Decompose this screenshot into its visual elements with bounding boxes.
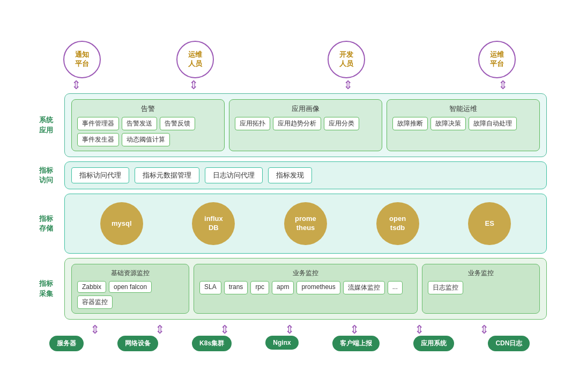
metrics-storage-content: mysql influxDB prometheus opentsdb ES (64, 194, 547, 254)
persona-circle-yunwei-platform: 运维平台 (478, 41, 516, 78)
app-group-portrait-title: 应用画像 (235, 104, 376, 114)
section-row-metrics-storage: 指标存储 mysql influxDB prometheus opentsdb … (32, 194, 547, 254)
personas-row: 通知平台 运维人员 开发人员 运维平台 (32, 41, 547, 78)
item-metrics-proxy: 指标访问代理 (71, 167, 129, 183)
item-fault-auto: 故障自动处理 (469, 117, 517, 130)
app-group-portrait: 应用画像 应用拓扑 应用趋势分析 应用分类 (229, 99, 382, 151)
label-metrics-collection: 指标采集 (32, 258, 60, 320)
section-row-metrics-access: 指标访问 指标访问代理 指标元数据管理 日志访问代理 指标发现 (32, 161, 547, 189)
bottom-box-k8s: K8s集群 (192, 336, 232, 351)
collection-group-log-items: 日志监控 (428, 281, 534, 294)
item-alert-send: 告警发送 (122, 117, 157, 130)
item-app-trend: 应用趋势分析 (273, 117, 321, 130)
arrow-nginx: ⇕ (285, 324, 294, 336)
collection-group-business-items: SLA trans rpc apm prometheus 流媒体监控 ... (199, 281, 412, 294)
persona-tongzhi: 通知平台 (63, 41, 101, 78)
item-zabbix: Zabbix (77, 281, 106, 293)
item-open-falcon: open falcon (109, 281, 152, 293)
item-sla: SLA (199, 281, 221, 294)
storage-es: ES (468, 202, 511, 245)
arrow-persona-kaifa: ⇕ (343, 79, 353, 91)
arrow-cdn: ⇕ (479, 324, 489, 336)
persona-kaifa: 开发人员 (328, 41, 365, 78)
item-log-monitor: 日志监控 (428, 281, 463, 294)
item-ellipsis: ... (388, 281, 403, 294)
collection-group-basic: 基础资源监控 Zabbix open falcon 容器监控 (71, 264, 189, 314)
item-dynamic-threshold: 动态阈值计算 (122, 133, 170, 146)
app-group-smartops: 智能运维 故障推断 故障决策 故障自动处理 (387, 99, 540, 151)
app-group-smartops-title: 智能运维 (392, 104, 534, 114)
item-trans: trans (224, 281, 248, 294)
item-rpc: rpc (250, 281, 269, 294)
item-apm: apm (272, 281, 294, 294)
label-sysapp: 系统应用 (32, 93, 60, 157)
sections-wrapper: 系统应用 告警 事件管理器 告警发送 告警反馈 事件发生器 动态阈值计算 应用画… (32, 93, 547, 320)
bottom-box-appsystem: 应用系统 (413, 336, 454, 351)
bottom-box-nginx: Nginx (265, 336, 298, 350)
item-prometheus: prometheus (296, 281, 340, 294)
item-app-topology: 应用拓扑 (235, 117, 270, 130)
collection-group-log: 业务监控 日志监控 (422, 264, 540, 314)
storage-prometheus: prometheus (284, 202, 327, 245)
item-container-monitor: 容器监控 (77, 295, 113, 309)
bottom-node-client: 客户端上报 (332, 336, 380, 351)
bottom-box-cdn: CDN日志 (488, 336, 530, 351)
persona-yunwei-platform: 运维平台 (478, 41, 516, 78)
bottom-node-appsystem: 应用系统 (413, 336, 454, 351)
bottom-row: 服务器 网络设备 K8s集群 Nginx 客户端上报 应用系统 CDN日志 (32, 336, 547, 351)
app-group-portrait-items: 应用拓扑 应用趋势分析 应用分类 (235, 117, 376, 130)
bottom-node-network: 网络设备 (117, 336, 158, 351)
section-row-sysapp: 系统应用 告警 事件管理器 告警发送 告警反馈 事件发生器 动态阈值计算 应用画… (32, 93, 547, 157)
arrow-appsystem: ⇕ (414, 324, 424, 336)
app-group-smartops-items: 故障推断 故障决策 故障自动处理 (392, 117, 534, 130)
item-fault-decision: 故障决策 (430, 117, 466, 130)
label-metrics-access: 指标访问 (32, 161, 60, 189)
label-metrics-storage: 指标存储 (32, 194, 60, 254)
bottom-arrows-row: ⇕ ⇕ ⇕ ⇕ ⇕ ⇕ ⇕ (32, 322, 547, 336)
metrics-access-content: 指标访问代理 指标元数据管理 日志访问代理 指标发现 (64, 161, 547, 189)
item-fault-diagnose: 故障推断 (392, 117, 428, 130)
diagram-container: 通知平台 运维人员 开发人员 运维平台 ⇕ ⇕ ⇕ ⇕ 系统应用 (27, 35, 552, 357)
collection-group-basic-title: 基础资源监控 (77, 269, 183, 278)
sysapp-content: 告警 事件管理器 告警发送 告警反馈 事件发生器 动态阈值计算 应用画像 应用拓… (64, 93, 547, 157)
persona-circle-yunwei: 运维人员 (176, 41, 214, 78)
storage-influxdb: influxDB (192, 202, 235, 245)
bottom-box-server: 服务器 (49, 336, 84, 351)
item-alert-feedback: 告警反馈 (160, 117, 195, 130)
collection-group-business: 业务监控 SLA trans rpc apm prometheus 流媒体监控 … (194, 264, 418, 314)
item-event-manager: 事件管理器 (77, 117, 119, 130)
section-row-metrics-collection: 指标采集 基础资源监控 Zabbix open falcon 容器监控 业务监控… (32, 258, 547, 320)
bottom-node-k8s: K8s集群 (192, 336, 232, 351)
personas-arrows: ⇕ ⇕ ⇕ ⇕ (32, 78, 547, 92)
bottom-node-server: 服务器 (49, 336, 84, 351)
item-streaming-monitor: 流媒体监控 (343, 281, 385, 294)
collection-group-log-title: 业务监控 (428, 269, 534, 278)
persona-yunwei: 运维人员 (176, 41, 214, 78)
item-app-classify: 应用分类 (324, 117, 359, 130)
arrow-server: ⇕ (90, 324, 100, 336)
collection-group-business-title: 业务监控 (199, 269, 412, 278)
persona-circle-tongzhi: 通知平台 (63, 41, 101, 78)
arrow-persona-yunwei: ⇕ (189, 79, 198, 91)
app-group-alert-items: 事件管理器 告警发送 告警反馈 事件发生器 动态阈值计算 (77, 117, 219, 146)
item-log-proxy: 日志访问代理 (205, 167, 263, 183)
bottom-node-cdn: CDN日志 (488, 336, 530, 351)
bottom-box-network: 网络设备 (117, 336, 158, 351)
item-metrics-meta: 指标元数据管理 (135, 167, 199, 183)
collection-group-basic-items: Zabbix open falcon 容器监控 (77, 281, 183, 309)
arrow-persona-tongzhi: ⇕ (71, 79, 81, 91)
app-group-alert: 告警 事件管理器 告警发送 告警反馈 事件发生器 动态阈值计算 (71, 99, 225, 151)
metrics-collection-content: 基础资源监控 Zabbix open falcon 容器监控 业务监控 SLA … (64, 258, 547, 320)
app-group-alert-title: 告警 (77, 104, 219, 114)
item-metrics-discover: 指标发现 (268, 167, 312, 183)
persona-circle-kaifa: 开发人员 (328, 41, 365, 78)
arrow-client: ⇕ (350, 324, 359, 336)
bottom-node-nginx: Nginx (265, 336, 298, 350)
storage-mysql: mysql (100, 202, 143, 245)
bottom-box-client: 客户端上报 (332, 336, 380, 351)
arrow-k8s: ⇕ (220, 324, 229, 336)
arrow-persona-yunweiplatform: ⇕ (498, 79, 508, 91)
item-event-generator: 事件发生器 (77, 133, 119, 146)
storage-opentsdb: opentsdb (376, 202, 419, 245)
arrow-network: ⇕ (155, 324, 165, 336)
